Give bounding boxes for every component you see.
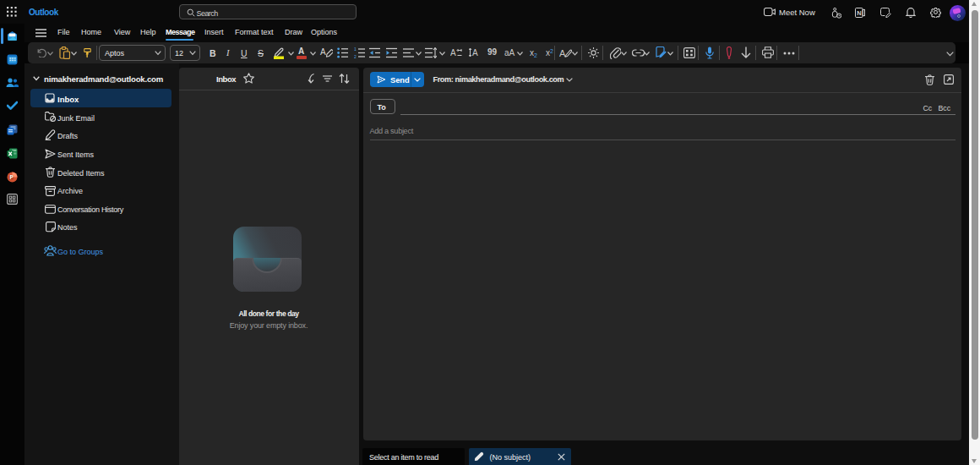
svg-text:N: N [857, 9, 861, 17]
